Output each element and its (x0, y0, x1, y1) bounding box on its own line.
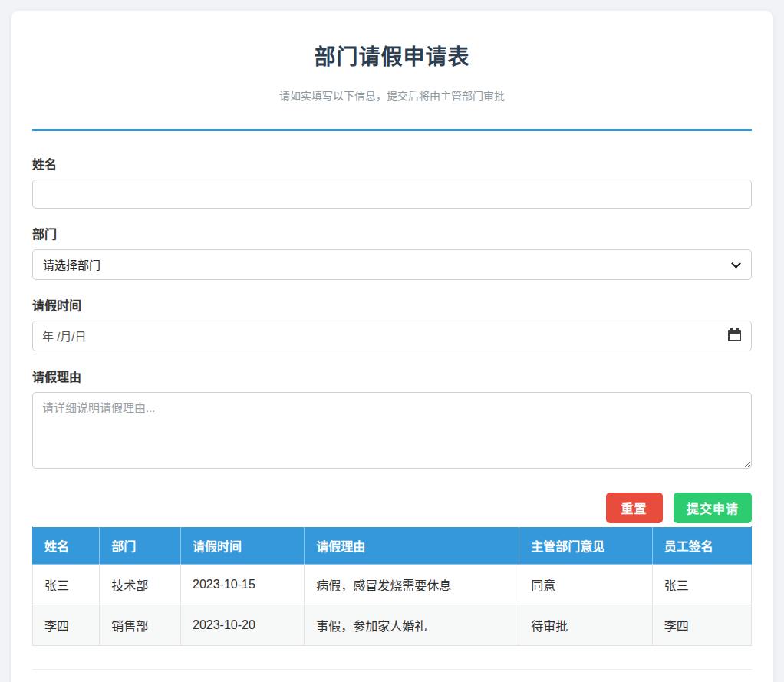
cell-reason: 事假，参加家人婚礼 (305, 605, 519, 646)
leave-records-table: 姓名 部门 请假时间 请假理由 主管部门意见 员工签名 张三 技术部 2023-… (32, 526, 752, 646)
table-header-row: 姓名 部门 请假时间 请假理由 主管部门意见 员工签名 (33, 527, 752, 565)
submit-button[interactable]: 提交申请 (674, 493, 752, 523)
cell-name: 张三 (33, 565, 100, 605)
cell-employee-signature: 李四 (652, 605, 751, 646)
cell-department: 销售部 (100, 605, 181, 646)
table-head: 姓名 部门 请假时间 请假理由 主管部门意见 员工签名 (33, 527, 752, 565)
table-body: 张三 技术部 2023-10-15 病假，感冒发烧需要休息 同意 张三 李四 销… (33, 565, 752, 646)
header-employee-signature: 员工签名 (652, 527, 751, 565)
form-button-row: 重置 提交申请 (32, 493, 752, 523)
cell-department: 技术部 (100, 565, 181, 605)
name-form-group: 姓名 (32, 154, 752, 209)
department-form-group: 部门 请选择部门 (32, 224, 752, 280)
header-leave-time: 请假时间 (181, 527, 305, 565)
reason-textarea[interactable] (32, 392, 752, 469)
header-supervisor-opinion: 主管部门意见 (519, 527, 652, 565)
cell-supervisor-opinion: 待审批 (519, 605, 652, 646)
header-reason: 请假理由 (305, 527, 519, 565)
leave-application-form: 姓名 部门 请选择部门 请假时间 请假理由 重置 提交申请 (32, 154, 752, 523)
reason-form-group: 请假理由 (32, 367, 752, 472)
cell-leave-time: 2023-10-15 (181, 565, 305, 605)
leave-time-label: 请假时间 (32, 295, 752, 314)
table-row: 李四 销售部 2023-10-20 事假，参加家人婚礼 待审批 李四 (33, 605, 752, 646)
cell-reason: 病假，感冒发烧需要休息 (305, 565, 519, 605)
header-name: 姓名 (33, 527, 100, 565)
department-select[interactable]: 请选择部门 (32, 249, 752, 280)
cell-name: 李四 (33, 605, 100, 646)
department-select-wrap: 请选择部门 (32, 249, 752, 280)
page-title: 部门请假申请表 (32, 40, 752, 71)
name-label: 姓名 (32, 154, 752, 173)
accent-divider (32, 129, 752, 131)
department-label: 部门 (32, 224, 752, 242)
cell-supervisor-opinion: 同意 (519, 565, 652, 605)
leave-time-form-group: 请假时间 (32, 295, 752, 351)
page-subtitle: 请如实填写以下信息，提交后将由主管部门审批 (32, 87, 752, 103)
footer: © 2023 公司名称 | 部门请假管理系统 (32, 669, 752, 682)
leave-time-date-wrap (32, 321, 752, 351)
header-department: 部门 (100, 527, 181, 565)
cell-employee-signature: 张三 (652, 565, 751, 605)
name-input[interactable] (32, 180, 752, 209)
form-card: 部门请假申请表 请如实填写以下信息，提交后将由主管部门审批 姓名 部门 请选择部… (11, 11, 773, 682)
reason-label: 请假理由 (32, 367, 752, 385)
cell-leave-time: 2023-10-20 (181, 605, 305, 646)
table-row: 张三 技术部 2023-10-15 病假，感冒发烧需要休息 同意 张三 (33, 565, 752, 605)
reset-button[interactable]: 重置 (606, 493, 663, 523)
leave-time-date-input[interactable] (32, 321, 752, 351)
